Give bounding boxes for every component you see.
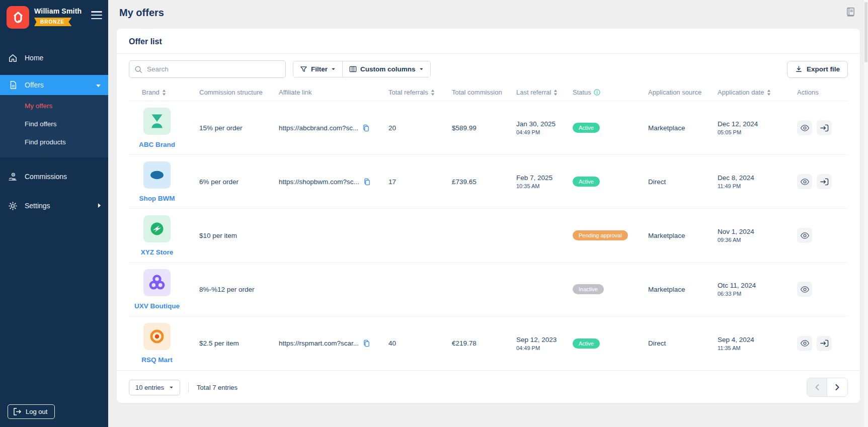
main-content: My offers Offer list Filter <box>108 0 868 427</box>
logout-button[interactable]: Log out <box>8 404 55 419</box>
eye-icon <box>800 232 810 239</box>
page-size-value: 10 entries <box>135 384 164 391</box>
next-page-button[interactable] <box>827 378 847 396</box>
application-time: 09:36 AM <box>718 237 797 243</box>
status-badge: Pending approval <box>573 230 628 240</box>
brand-app-logo <box>7 6 29 29</box>
brand-name-link[interactable]: UXV Boutique <box>134 302 180 310</box>
application-date: Nov 1, 2024 <box>718 228 797 235</box>
status-badge: Active <box>573 338 600 349</box>
custom-columns-button[interactable]: Custom columns <box>342 61 430 77</box>
last-referral-date: Jan 30, 2025 <box>516 120 573 128</box>
page-title: My offers <box>119 7 164 19</box>
copy-icon <box>363 339 370 347</box>
status-cell: Active <box>573 177 648 187</box>
total-referrals-cell: 40 <box>388 339 452 347</box>
sidebar-item-label: Commissions <box>25 173 67 181</box>
application-date: Dec 12, 2024 <box>718 120 797 128</box>
column-header-application-date[interactable]: Application date <box>718 89 797 96</box>
last-referral-time: 04:49 PM <box>516 345 573 351</box>
filter-button[interactable]: Filter <box>293 61 342 77</box>
scrollbar-thumb[interactable] <box>864 2 867 62</box>
column-header-total-referrals[interactable]: Total referrals <box>388 89 452 96</box>
export-file-label: Export file <box>807 65 840 73</box>
brand-name-link[interactable]: ABC Brand <box>139 141 175 148</box>
commission-structure-cell: $10 per item <box>199 232 279 239</box>
view-offer-button[interactable] <box>797 174 812 189</box>
affiliate-link-cell: https://shopbwm.com?sc... <box>279 178 388 186</box>
application-date: Dec 8, 2024 <box>718 174 797 182</box>
offers-submenu: My offers Find offers Find products <box>0 95 108 157</box>
status-badge: Active <box>573 123 600 133</box>
view-offer-button[interactable] <box>797 336 812 351</box>
brand-name-link[interactable]: RSQ Mart <box>141 356 173 364</box>
copy-link-button[interactable] <box>362 124 370 132</box>
status-badge: Inactive <box>573 284 604 294</box>
sidebar-item-home[interactable]: Home <box>0 48 108 68</box>
affiliate-link-cell: https://abcbrand.com?sc... <box>279 124 388 132</box>
status-cell: Pending approval <box>573 230 648 240</box>
affiliate-link-text: https://abcbrand.com?sc... <box>279 124 358 132</box>
column-header-brand[interactable]: Brand <box>129 89 199 96</box>
sidebar-item-my-offers[interactable]: My offers <box>0 97 108 115</box>
export-file-button[interactable]: Export file <box>787 61 848 78</box>
application-source-cell: Direct <box>648 178 718 186</box>
sidebar-item-find-products[interactable]: Find products <box>0 133 108 151</box>
copy-icon <box>363 178 371 186</box>
search-input[interactable] <box>147 65 280 73</box>
application-time: 11:49 PM <box>718 183 797 189</box>
scrollbar[interactable] <box>864 0 868 427</box>
user-name: William Smith <box>34 7 82 15</box>
sidebar-collapse-button[interactable] <box>91 11 102 19</box>
previous-page-button[interactable] <box>807 378 827 396</box>
view-offer-button[interactable] <box>797 282 812 297</box>
brand-cell: RSQ Mart <box>129 323 199 364</box>
footer-divider <box>188 382 189 393</box>
application-source-cell: Direct <box>648 339 718 347</box>
chevron-left-icon <box>815 384 819 390</box>
info-icon[interactable] <box>594 89 600 96</box>
column-header-label: Last referral <box>516 89 551 96</box>
total-entries-label: Total 7 entries <box>197 384 238 391</box>
table-row: ABC Brand 15% per order https://abcbrand… <box>129 101 848 155</box>
brand-name-link[interactable]: XYZ Store <box>141 248 174 256</box>
last-referral-cell <box>516 235 573 236</box>
copy-link-button[interactable] <box>363 178 371 186</box>
brand-name-link[interactable]: Shop BWM <box>139 195 175 202</box>
sidebar-item-find-offers[interactable]: Find offers <box>0 115 108 133</box>
page-size-select[interactable]: 10 entries <box>129 380 180 395</box>
documentation-book-icon[interactable] <box>845 7 856 19</box>
column-header-status: Status <box>573 89 648 96</box>
view-offer-button[interactable] <box>797 228 812 243</box>
application-source-cell: Marketplace <box>648 124 718 132</box>
brand-cell: Shop BWM <box>129 161 199 202</box>
application-time: 05:05 PM <box>718 129 797 135</box>
sidebar-item-settings[interactable]: Settings <box>0 196 108 216</box>
sidebar-item-offers[interactable]: Offers <box>0 75 108 95</box>
column-header-label: Actions <box>797 89 819 96</box>
brand-logo <box>143 269 171 296</box>
commission-structure-cell: $2.5 per item <box>199 339 279 347</box>
application-date-cell: Nov 1, 2024 09:36 AM <box>718 228 797 243</box>
view-offer-button[interactable] <box>797 120 812 135</box>
total-commission-cell: £739.65 <box>452 178 516 186</box>
open-offer-button[interactable] <box>817 120 832 135</box>
affiliate-link-cell: https://rspmart.com?scar... <box>279 339 388 347</box>
caret-down-icon <box>419 68 424 70</box>
logout-icon <box>13 408 22 415</box>
affiliate-link-text: https://shopbwm.com?sc... <box>279 178 359 186</box>
sidebar-item-commissions[interactable]: Commissions <box>0 166 108 187</box>
column-header-commission-structure: Commission structure <box>199 89 279 96</box>
home-icon <box>8 53 18 63</box>
eye-icon <box>800 286 810 293</box>
columns-icon <box>349 65 357 73</box>
column-header-label: Brand <box>142 89 160 96</box>
actions-cell <box>797 228 848 243</box>
column-header-last-referral[interactable]: Last referral <box>516 89 573 96</box>
brand-cell: XYZ Store <box>129 215 199 256</box>
open-offer-button[interactable] <box>817 336 832 351</box>
copy-link-button[interactable] <box>363 339 370 347</box>
gear-icon <box>8 201 18 211</box>
brand-logo <box>143 323 171 350</box>
open-offer-button[interactable] <box>817 174 832 189</box>
